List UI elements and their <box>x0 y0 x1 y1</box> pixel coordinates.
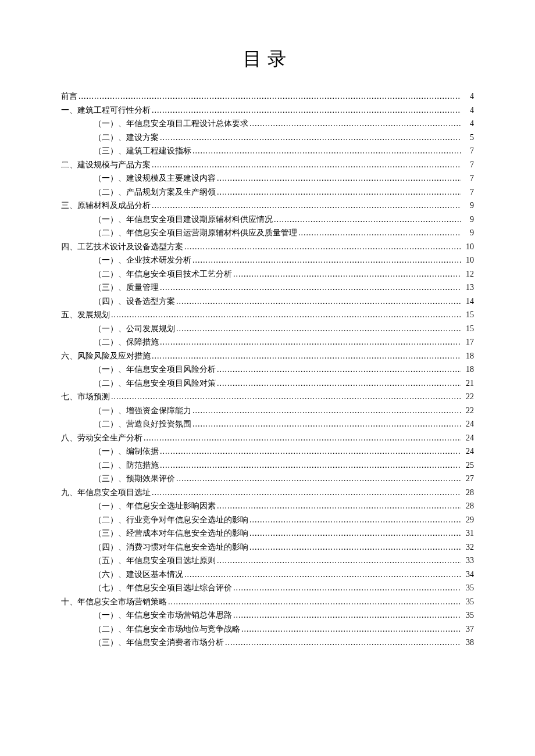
toc-entry[interactable]: （二）、产品规划方案及生产纲领7 <box>61 188 474 196</box>
toc-entry[interactable]: （一）、建设规模及主要建设内容7 <box>61 174 474 182</box>
toc-entry-page: 15 <box>462 311 474 319</box>
toc-entry-page: 24 <box>462 434 474 442</box>
toc-entry[interactable]: （三）、经营成本对年信息安全选址的影响31 <box>61 529 474 538</box>
toc-entry[interactable]: （二）、营造良好投资氛围24 <box>61 420 474 428</box>
toc-entry-page: 27 <box>462 475 474 483</box>
toc-entry-label: （三）、经营成本对年信息安全选址的影响 <box>94 529 248 538</box>
toc-entry-page: 13 <box>462 284 474 292</box>
toc-dot-leader <box>144 434 461 442</box>
toc-dot-leader <box>233 270 461 278</box>
toc-entry[interactable]: （三）、建筑工程建设指标7 <box>61 147 474 155</box>
toc-entry[interactable]: （一）、企业技术研发分析10 <box>61 256 474 264</box>
toc-dot-leader <box>225 639 461 647</box>
toc-entry[interactable]: 七、市场预测22 <box>61 393 474 401</box>
toc-dot-leader <box>233 584 461 592</box>
toc-entry[interactable]: 前言4 <box>61 92 474 101</box>
toc-entry-label: （二）、防范措施 <box>94 461 159 470</box>
toc-dot-leader <box>176 298 461 306</box>
toc-entry[interactable]: 二、建设规模与产品方案7 <box>61 161 474 169</box>
toc-entry[interactable]: （七）、年信息安全项目选址综合评价35 <box>61 584 474 592</box>
toc-entry[interactable]: （二）、保障措施17 <box>61 338 474 346</box>
toc-entry-page: 34 <box>462 571 474 579</box>
toc-entry-page: 35 <box>462 598 474 606</box>
toc-entry[interactable]: （四）、设备选型方案14 <box>61 298 474 306</box>
toc-dot-leader <box>217 366 461 374</box>
toc-entry[interactable]: （二）、年信息安全项目运营期原辅材料供应及质量管理9 <box>61 229 474 237</box>
toc-dot-leader <box>152 161 461 169</box>
document-page: 目录 前言4一、建筑工程可行性分析4（一）、年信息安全项目工程设计总体要求4（二… <box>0 0 535 756</box>
toc-entry[interactable]: （二）、年信息安全项目技术工艺分析12 <box>61 270 474 278</box>
toc-entry[interactable]: 六、风险风险及应对措施18 <box>61 352 474 360</box>
toc-entry[interactable]: （三）、质量管理13 <box>61 284 474 292</box>
toc-entry[interactable]: （一）、年信息安全选址影响因素28 <box>61 502 474 510</box>
toc-entry-page: 15 <box>462 325 474 333</box>
toc-dot-leader <box>233 611 461 619</box>
toc-entry-label: （三）、年信息安全消费者市场分析 <box>94 639 224 647</box>
toc-entry[interactable]: （三）、年信息安全消费者市场分析38 <box>61 639 474 647</box>
toc-entry[interactable]: （六）、建设区基本情况34 <box>61 571 474 579</box>
toc-entry[interactable]: （一）、增强资金保障能力22 <box>61 407 474 415</box>
toc-entry[interactable]: 五、发展规划15 <box>61 311 474 319</box>
toc-entry[interactable]: 八、劳动安全生产分析24 <box>61 434 474 442</box>
toc-entry-page: 7 <box>462 174 474 182</box>
toc-entry-page: 12 <box>462 270 474 278</box>
page-title: 目录 <box>61 46 474 72</box>
toc-entry-page: 4 <box>462 92 474 101</box>
toc-entry[interactable]: （二）、年信息安全市场地位与竞争战略37 <box>61 625 474 633</box>
toc-entry-page: 28 <box>462 502 474 510</box>
toc-entry[interactable]: （一）、编制依据24 <box>61 447 474 456</box>
toc-entry-page: 9 <box>462 229 474 237</box>
toc-entry[interactable]: （一）、年信息安全市场营销总体思路35 <box>61 611 474 619</box>
toc-entry[interactable]: （一）、年信息安全项目工程设计总体要求4 <box>61 120 474 128</box>
toc-dot-leader <box>192 256 461 264</box>
toc-entry[interactable]: （一）、公司发展规划15 <box>61 325 474 333</box>
toc-entry[interactable]: 四、工艺技术设计及设备选型方案10 <box>61 243 474 251</box>
toc-entry-label: （一）、年信息安全市场营销总体思路 <box>94 611 232 619</box>
toc-entry-page: 32 <box>462 543 474 551</box>
toc-entry-label: （一）、编制依据 <box>94 447 159 456</box>
toc-entry-page: 9 <box>462 202 474 210</box>
toc-entry[interactable]: （二）、年信息安全项目风险对策21 <box>61 379 474 388</box>
toc-entry-label: 三、原辅材料及成品分析 <box>61 202 151 210</box>
toc-entry-page: 25 <box>462 461 474 470</box>
toc-dot-leader <box>217 557 461 565</box>
toc-entry-label: （二）、营造良好投资氛围 <box>94 420 191 428</box>
toc-entry-label: （四）、设备选型方案 <box>94 298 175 306</box>
toc-entry[interactable]: （二）、建设方案5 <box>61 134 474 142</box>
toc-dot-leader <box>176 475 461 483</box>
toc-dot-leader <box>160 338 461 346</box>
toc-entry-page: 22 <box>462 393 474 401</box>
toc-entry-label: 六、风险风险及应对措施 <box>61 352 151 360</box>
toc-entry-label: （一）、公司发展规划 <box>94 325 175 333</box>
toc-dot-leader <box>249 516 461 524</box>
toc-entry-label: （二）、年信息安全项目技术工艺分析 <box>94 270 232 278</box>
table-of-contents: 前言4一、建筑工程可行性分析4（一）、年信息安全项目工程设计总体要求4（二）、建… <box>61 92 474 647</box>
toc-entry[interactable]: （一）、年信息安全项目风险分析18 <box>61 366 474 374</box>
toc-entry-page: 4 <box>462 106 474 114</box>
toc-entry[interactable]: （二）、行业竞争对年信息安全选址的影响29 <box>61 516 474 524</box>
toc-entry-label: （二）、年信息安全项目风险对策 <box>94 379 216 388</box>
toc-dot-leader <box>160 447 461 456</box>
toc-entry[interactable]: （四）、消费习惯对年信息安全选址的影响32 <box>61 543 474 551</box>
toc-entry[interactable]: （三）、预期效果评价27 <box>61 475 474 483</box>
toc-entry-label: （三）、预期效果评价 <box>94 475 175 483</box>
toc-entry[interactable]: （二）、防范措施25 <box>61 461 474 470</box>
toc-dot-leader <box>111 311 461 319</box>
toc-entry[interactable]: 一、建筑工程可行性分析4 <box>61 106 474 114</box>
toc-dot-leader <box>192 147 461 155</box>
toc-entry[interactable]: （五）、年信息安全项目选址原则33 <box>61 557 474 565</box>
toc-dot-leader <box>249 529 461 538</box>
toc-entry-page: 10 <box>462 256 474 264</box>
toc-entry[interactable]: （一）、年信息安全项目建设期原辅材料供应情况9 <box>61 216 474 224</box>
toc-entry[interactable]: 三、原辅材料及成品分析9 <box>61 202 474 210</box>
toc-entry-page: 37 <box>462 625 474 633</box>
toc-entry[interactable]: 九、年信息安全项目选址28 <box>61 489 474 497</box>
toc-entry-page: 35 <box>462 611 474 619</box>
toc-entry-page: 21 <box>462 379 474 388</box>
toc-dot-leader <box>249 543 461 551</box>
toc-entry[interactable]: 十、年信息安全市场营销策略35 <box>61 598 474 606</box>
toc-dot-leader <box>274 216 461 224</box>
toc-dot-leader <box>79 92 461 101</box>
toc-entry-page: 10 <box>462 243 474 251</box>
toc-entry-label: （三）、建筑工程建设指标 <box>94 147 191 155</box>
